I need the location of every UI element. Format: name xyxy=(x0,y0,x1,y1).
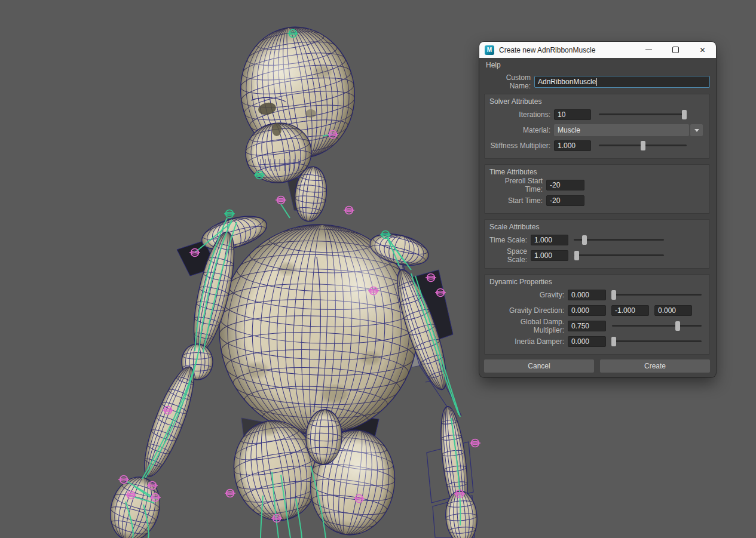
space-scale-input[interactable]: 1.000 xyxy=(531,250,568,261)
dialog-titlebar[interactable]: M Create new AdnRibbonMuscle ✕ xyxy=(479,42,716,58)
cancel-button[interactable]: Cancel xyxy=(484,359,594,373)
material-dropdown-button[interactable] xyxy=(690,124,703,136)
material-dropdown[interactable]: Muscle xyxy=(554,124,703,136)
solver-attributes-title: Solver Attributes xyxy=(488,96,705,107)
time-scale-label: Time Scale: xyxy=(488,236,531,244)
time-attributes-title: Time Attributes xyxy=(488,167,705,177)
minimize-button[interactable] xyxy=(635,42,662,58)
iterations-input[interactable]: 10 xyxy=(554,109,591,120)
gravity-input[interactable]: 0.000 xyxy=(568,290,606,300)
stiffness-multiplier-label: Stiffness Multiplier: xyxy=(488,142,554,150)
dynamic-properties-group: Dynamic Properties Gravity: 0.000 Gravit… xyxy=(484,274,710,355)
stiffness-multiplier-slider[interactable] xyxy=(599,141,687,150)
gravity-label: Gravity: xyxy=(488,291,568,299)
time-scale-input[interactable]: 1.000 xyxy=(531,235,568,245)
iterations-label: Iterations: xyxy=(488,110,554,119)
stiffness-multiplier-input[interactable]: 1.000 xyxy=(554,140,591,151)
custom-name-label: Custom Name: xyxy=(484,73,534,90)
dialog-title: Create new AdnRibbonMuscle xyxy=(499,46,635,54)
create-ribbon-muscle-dialog: M Create new AdnRibbonMuscle ✕ Help Cust… xyxy=(479,42,716,377)
global-damp-slider-handle[interactable] xyxy=(675,321,680,331)
stiffness-slider-handle[interactable] xyxy=(641,141,645,150)
time-scale-slider-handle[interactable] xyxy=(582,235,587,245)
create-button[interactable]: Create xyxy=(600,359,710,373)
preroll-start-time-label: Preroll Start Time: xyxy=(488,177,546,193)
text-caret xyxy=(596,78,597,86)
space-scale-slider[interactable] xyxy=(574,251,664,260)
iterations-slider[interactable] xyxy=(599,110,687,119)
gravity-direction-x-input[interactable]: 0.000 xyxy=(568,305,606,316)
dialog-menubar: Help xyxy=(479,58,716,72)
global-damp-multiplier-input[interactable]: 0.750 xyxy=(568,321,606,331)
preroll-start-time-input[interactable]: -20 xyxy=(546,180,584,190)
close-button[interactable]: ✕ xyxy=(689,42,716,58)
gravity-slider[interactable] xyxy=(612,290,702,300)
menu-help[interactable]: Help xyxy=(482,59,505,71)
custom-name-input[interactable]: AdnRibbonMuscle xyxy=(534,76,710,88)
start-time-input[interactable]: -20 xyxy=(546,195,584,206)
space-scale-label: Space Scale: xyxy=(488,247,531,264)
start-time-label: Start Time: xyxy=(488,196,546,205)
gravity-direction-label: Gravity Direction: xyxy=(488,306,568,315)
dynamic-properties-title: Dynamic Properties xyxy=(488,276,705,287)
scale-attributes-title: Scale Attributes xyxy=(488,222,705,232)
maximize-button[interactable] xyxy=(662,42,689,58)
maximize-icon xyxy=(672,47,679,53)
maya-app-icon: M xyxy=(485,45,494,55)
inertia-damper-slider[interactable] xyxy=(612,337,702,346)
inertia-damper-input[interactable]: 0.000 xyxy=(568,336,606,347)
gravity-slider-handle[interactable] xyxy=(611,290,616,300)
material-label: Material: xyxy=(488,126,554,134)
gravity-direction-y-input[interactable]: -1.000 xyxy=(611,305,649,316)
inertia-damper-label: Inertia Damper: xyxy=(488,337,568,346)
space-scale-slider-handle[interactable] xyxy=(574,251,579,260)
global-damp-slider[interactable] xyxy=(612,321,702,331)
iterations-slider-handle[interactable] xyxy=(682,110,687,119)
scale-attributes-group: Scale Attributes Time Scale: 1.000 Space… xyxy=(484,219,710,269)
chevron-down-icon xyxy=(694,129,699,132)
time-scale-slider[interactable] xyxy=(574,235,664,245)
solver-attributes-group: Solver Attributes Iterations: 10 Materia… xyxy=(484,94,710,159)
minimize-icon xyxy=(645,50,652,50)
time-attributes-group: Time Attributes Preroll Start Time: -20 … xyxy=(484,164,710,214)
inertia-damper-slider-handle[interactable] xyxy=(611,337,616,346)
gravity-direction-z-input[interactable]: 0.000 xyxy=(654,305,692,316)
global-damp-multiplier-label: Global Damp. Multiplier: xyxy=(488,318,568,334)
close-icon: ✕ xyxy=(699,47,705,54)
